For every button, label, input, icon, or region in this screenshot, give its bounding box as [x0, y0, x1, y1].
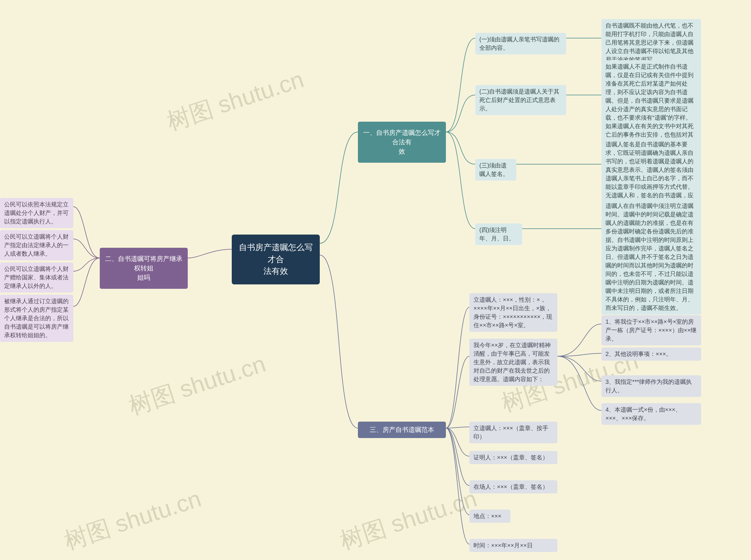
branch3-leaf-1[interactable]: 我今年××岁，在立遗嘱时精神清醒，由于年事已高，可能发生意外，故立此遗嘱，表示我…	[469, 339, 557, 386]
branch3-sub-2-text: 3、我指定***律师作为我的遗嘱执行人。	[605, 379, 692, 394]
watermark-text: 树图 shutu.cn	[60, 483, 205, 557]
branch3-leaf-4-text: 在场人：×××（盖章、签名）	[474, 483, 548, 490]
root-node[interactable]: 自书房产遗嘱怎么写才合法有效	[232, 235, 320, 284]
branch3-leaf-3[interactable]: 证明人：×××（盖章、签名）	[469, 451, 557, 464]
branch3-sub-0-text: 1、将我位于××市××路×号×室的房产一栋（房产证号：××××）由××继承。	[605, 318, 696, 342]
branch-3-title: 三、房产自书遗嘱范本	[370, 426, 434, 433]
branch3-leaf-5[interactable]: 地点：×××	[469, 509, 511, 523]
branch2-leaf-1[interactable]: 公民可以立遗嘱将个人财产指定由法定继承人的一人或者数人继承。	[0, 230, 73, 260]
branch3-leaf-5-text: 地点：×××	[474, 513, 501, 519]
branch-2-title: 二、自书遗嘱可将房产继承权转姐姐吗	[105, 255, 182, 281]
branch1-label-3[interactable]: (四)须注明年、月、日。	[475, 223, 522, 245]
branch3-sub-2[interactable]: 3、我指定***律师作为我的遗嘱执行人。	[601, 375, 701, 397]
watermark-text: 树图 shutu.cn	[163, 64, 308, 138]
branch1-detail-3[interactable]: 遗嘱人在自书遗嘱中须注明立遗嘱时间。遗嘱中的时间记载是确定遗嘱人的遗嘱能力的准据…	[601, 199, 701, 315]
branch2-leaf-2-text: 公民可以立遗嘱将个人财产赠给国家、集体或者法定继承人以外的人。	[4, 266, 69, 289]
branch3-leaf-3-text: 证明人：×××（盖章、签名）	[474, 454, 548, 461]
branch-node-1[interactable]: 一、自书房产遗嘱怎么写才合法有效	[358, 122, 446, 163]
branch3-leaf-2-text: 立遗嘱人：×××（盖章、按手印）	[474, 425, 548, 440]
branch3-sub-3[interactable]: 4、本遗嘱一式×份，由×××、×××、×××保存。	[601, 403, 701, 425]
branch2-leaf-0[interactable]: 公民可以依照本法规定立遗嘱处分个人财产，并可以指定遗嘱执行人。	[0, 198, 73, 228]
root-title: 自书房产遗嘱怎么写才合法有效	[239, 243, 313, 276]
branch1-label-1-text: (二)自书遗嘱须是遗嘱人关于其死亡后财产处置的正式意思表示。	[479, 88, 559, 112]
branch3-leaf-6[interactable]: 时间：×××年××月××日	[469, 539, 557, 552]
branch1-detail-3-text: 遗嘱人在自书遗嘱中须注明立遗嘱时间。遗嘱中的时间记载是确定遗嘱人的遗嘱能力的准据…	[605, 203, 693, 311]
branch1-label-2-text: (三)须由遗嘱人签名。	[479, 162, 509, 177]
watermark-text: 树图 shutu.cn	[125, 348, 270, 422]
branch1-label-1[interactable]: (二)自书遗嘱须是遗嘱人关于其死亡后财产处置的正式意思表示。	[475, 85, 566, 115]
branch3-sub-0[interactable]: 1、将我位于××市××路×号×室的房产一栋（房产证号：××××）由××继承。	[601, 315, 701, 345]
branch3-leaf-0[interactable]: 立遗嘱人：×××，性别：×，××××年××月××日出生，×族，身份证号：××××…	[469, 293, 557, 332]
branch3-sub-1[interactable]: 2、其他说明事项：×××。	[601, 347, 701, 361]
branch3-leaf-1-text: 我今年××岁，在立遗嘱时精神清醒，由于年事已高，可能发生意外，故立此遗嘱，表示我…	[474, 342, 551, 382]
mindmap-stage: 树图 shutu.cn 树图 shutu.cn 树图 shutu.cn 树图 s…	[0, 0, 751, 560]
watermark-text: 树图 shutu.cn	[336, 483, 481, 557]
branch3-leaf-0-text: 立遗嘱人：×××，性别：×，××××年××月××日出生，×族，身份证号：××××…	[474, 296, 552, 328]
branch3-leaf-2[interactable]: 立遗嘱人：×××（盖章、按手印）	[469, 422, 557, 443]
branch2-leaf-3[interactable]: 被继承人通过订立遗嘱的形式将个人的房产指定某个人继承是合法的，所以自书遗嘱是可以…	[0, 295, 73, 342]
branch3-sub-1-text: 2、其他说明事项：×××。	[605, 351, 672, 357]
branch3-leaf-4[interactable]: 在场人：×××（盖章、签名）	[469, 480, 557, 494]
branch1-label-2[interactable]: (三)须由遗嘱人签名。	[475, 159, 516, 181]
branch-node-3[interactable]: 三、房产自书遗嘱范本	[358, 422, 446, 438]
branch3-sub-3-text: 4、本遗嘱一式×份，由×××、×××、×××保存。	[605, 406, 681, 421]
branch1-label-0-text: (一)须由遗嘱人亲笔书写遗嘱的全部内容。	[479, 36, 559, 51]
branch2-leaf-3-text: 被继承人通过订立遗嘱的形式将个人的房产指定某个人继承是合法的，所以自书遗嘱是可以…	[4, 298, 69, 338]
branch2-leaf-1-text: 公民可以立遗嘱将个人财产指定由法定继承人的一人或者数人继承。	[4, 233, 69, 257]
branch1-detail-0[interactable]: 自书遗嘱既不能由他人代笔，也不能用打字机打印，只能由遗嘱人自己用笔将其意思记录下…	[601, 19, 701, 66]
branch1-detail-0-text: 自书遗嘱既不能由他人代笔，也不能用打字机打印，只能由遗嘱人自己用笔将其意思记录下…	[605, 22, 693, 63]
branch3-leaf-6-text: 时间：×××年××月××日	[474, 542, 533, 548]
branch-1-title: 一、自书房产遗嘱怎么写才合法有效	[363, 129, 441, 155]
branch1-label-0[interactable]: (一)须由遗嘱人亲笔书写遗嘱的全部内容。	[475, 33, 566, 55]
branch-node-2[interactable]: 二、自书遗嘱可将房产继承权转姐姐吗	[100, 248, 188, 289]
branch1-label-3-text: (四)须注明年、月、日。	[479, 227, 515, 242]
branch2-leaf-0-text: 公民可以依照本法规定立遗嘱处分个人财产，并可以指定遗嘱执行人。	[4, 201, 69, 225]
branch2-leaf-2[interactable]: 公民可以立遗嘱将个人财产赠给国家、集体或者法定继承人以外的人。	[0, 262, 73, 293]
